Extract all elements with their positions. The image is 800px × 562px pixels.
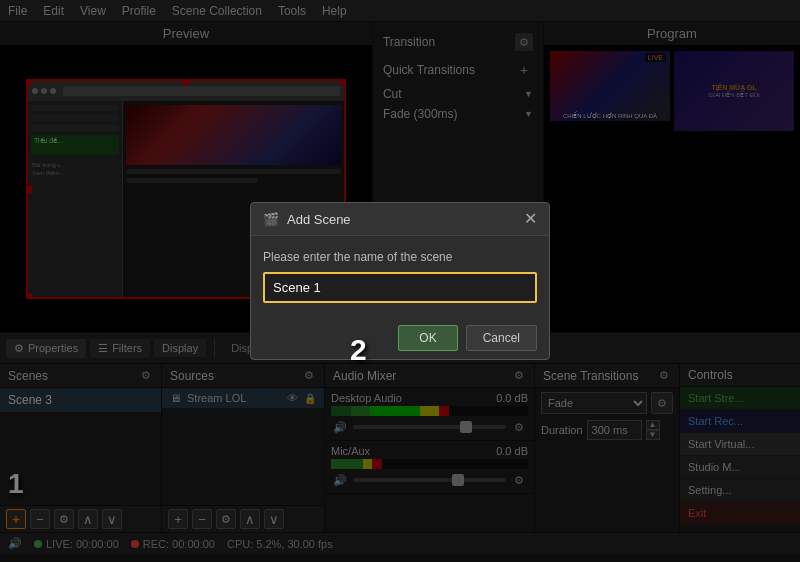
scene-name-input[interactable] [263, 272, 537, 303]
modal-footer: OK Cancel [251, 317, 549, 359]
modal-overlay: 🎬 Add Scene ✕ Please enter the name of t… [0, 0, 800, 562]
modal-header: 🎬 Add Scene ✕ [251, 203, 549, 236]
scene-icon: 🎬 [263, 212, 279, 227]
modal-close-button[interactable]: ✕ [524, 211, 537, 227]
modal-cancel-button[interactable]: Cancel [466, 325, 537, 351]
modal-body: Please enter the name of the scene [251, 236, 549, 317]
modal-title: 🎬 Add Scene [263, 212, 351, 227]
modal-title-text: Add Scene [287, 212, 351, 227]
add-scene-modal: 🎬 Add Scene ✕ Please enter the name of t… [250, 202, 550, 360]
modal-prompt: Please enter the name of the scene [263, 250, 537, 264]
modal-ok-button[interactable]: OK [398, 325, 457, 351]
